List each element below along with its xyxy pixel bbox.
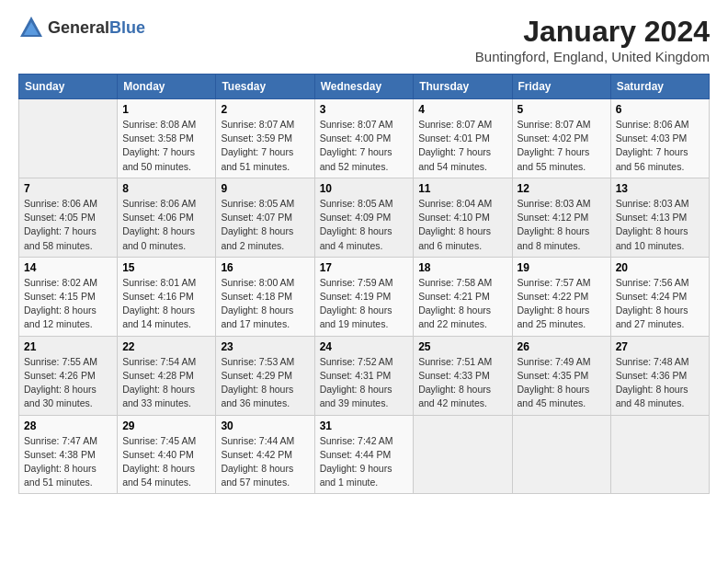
day-number: 6: [616, 103, 704, 116]
day-info: Sunrise: 7:55 AM Sunset: 4:26 PM Dayligh…: [24, 355, 112, 411]
calendar-cell: 22Sunrise: 7:54 AM Sunset: 4:28 PM Dayli…: [118, 336, 216, 415]
logo-icon: [18, 15, 44, 40]
day-number: 29: [122, 419, 210, 432]
day-info: Sunrise: 7:58 AM Sunset: 4:21 PM Dayligh…: [418, 276, 506, 332]
day-number: 11: [418, 182, 506, 195]
calendar-cell: 7Sunrise: 8:06 AM Sunset: 4:05 PM Daylig…: [19, 178, 118, 257]
calendar-cell: 20Sunrise: 7:56 AM Sunset: 4:24 PM Dayli…: [610, 257, 709, 336]
calendar-cell: 23Sunrise: 7:53 AM Sunset: 4:29 PM Dayli…: [216, 336, 314, 415]
day-number: 28: [24, 419, 112, 432]
calendar-cell: 12Sunrise: 8:03 AM Sunset: 4:12 PM Dayli…: [512, 178, 610, 257]
logo: GeneralBlue: [18, 15, 145, 40]
header-cell-friday: Friday: [512, 75, 610, 99]
calendar-cell: 2Sunrise: 8:07 AM Sunset: 3:59 PM Daylig…: [216, 99, 314, 178]
day-info: Sunrise: 8:05 AM Sunset: 4:09 PM Dayligh…: [320, 197, 409, 253]
day-info: Sunrise: 8:07 AM Sunset: 3:59 PM Dayligh…: [221, 118, 309, 174]
day-info: Sunrise: 8:02 AM Sunset: 4:15 PM Dayligh…: [24, 276, 112, 332]
header-cell-thursday: Thursday: [414, 75, 512, 99]
day-number: 12: [518, 182, 606, 195]
calendar-cell: [610, 415, 709, 494]
calendar-table: SundayMondayTuesdayWednesdayThursdayFrid…: [18, 74, 710, 494]
day-info: Sunrise: 7:57 AM Sunset: 4:22 PM Dayligh…: [518, 276, 606, 332]
calendar-cell: 30Sunrise: 7:44 AM Sunset: 4:42 PM Dayli…: [216, 415, 314, 494]
calendar-cell: [512, 415, 610, 494]
day-number: 19: [518, 261, 606, 274]
logo-text-blue: Blue: [109, 18, 145, 37]
calendar-week-row: 14Sunrise: 8:02 AM Sunset: 4:15 PM Dayli…: [19, 257, 710, 336]
calendar-cell: 14Sunrise: 8:02 AM Sunset: 4:15 PM Dayli…: [19, 257, 118, 336]
day-number: 7: [24, 182, 112, 195]
day-info: Sunrise: 8:07 AM Sunset: 4:00 PM Dayligh…: [320, 118, 409, 174]
day-info: Sunrise: 8:00 AM Sunset: 4:18 PM Dayligh…: [221, 276, 309, 332]
day-number: 2: [221, 103, 309, 116]
day-number: 1: [122, 103, 210, 116]
calendar-cell: 21Sunrise: 7:55 AM Sunset: 4:26 PM Dayli…: [19, 336, 118, 415]
day-number: 3: [320, 103, 409, 116]
calendar-cell: 8Sunrise: 8:06 AM Sunset: 4:06 PM Daylig…: [118, 178, 216, 257]
logo-text-general: General: [48, 18, 109, 37]
day-number: 8: [122, 182, 210, 195]
day-info: Sunrise: 8:07 AM Sunset: 4:02 PM Dayligh…: [518, 118, 606, 174]
calendar-cell: 9Sunrise: 8:05 AM Sunset: 4:07 PM Daylig…: [216, 178, 314, 257]
day-info: Sunrise: 8:08 AM Sunset: 3:58 PM Dayligh…: [122, 118, 210, 174]
title-area: January 2024 Buntingford, England, Unite…: [475, 15, 710, 64]
day-number: 26: [518, 340, 606, 353]
day-number: 21: [24, 340, 112, 353]
calendar-cell: 19Sunrise: 7:57 AM Sunset: 4:22 PM Dayli…: [512, 257, 610, 336]
day-number: 16: [221, 261, 309, 274]
calendar-cell: 4Sunrise: 8:07 AM Sunset: 4:01 PM Daylig…: [414, 99, 512, 178]
day-number: 30: [221, 419, 309, 432]
day-number: 24: [320, 340, 409, 353]
day-number: 15: [122, 261, 210, 274]
calendar-cell: 25Sunrise: 7:51 AM Sunset: 4:33 PM Dayli…: [414, 336, 512, 415]
calendar-cell: 16Sunrise: 8:00 AM Sunset: 4:18 PM Dayli…: [216, 257, 314, 336]
day-info: Sunrise: 7:54 AM Sunset: 4:28 PM Dayligh…: [122, 355, 210, 411]
month-title: January 2024: [475, 15, 710, 49]
calendar-cell: [19, 99, 118, 178]
header-cell-saturday: Saturday: [610, 75, 709, 99]
calendar-week-row: 7Sunrise: 8:06 AM Sunset: 4:05 PM Daylig…: [19, 178, 710, 257]
day-info: Sunrise: 8:06 AM Sunset: 4:06 PM Dayligh…: [122, 197, 210, 253]
calendar-week-row: 28Sunrise: 7:47 AM Sunset: 4:38 PM Dayli…: [19, 415, 710, 494]
day-number: 10: [320, 182, 409, 195]
calendar-cell: 17Sunrise: 7:59 AM Sunset: 4:19 PM Dayli…: [314, 257, 414, 336]
calendar-cell: [414, 415, 512, 494]
calendar-cell: 10Sunrise: 8:05 AM Sunset: 4:09 PM Dayli…: [314, 178, 414, 257]
day-number: 13: [616, 182, 704, 195]
day-number: 5: [518, 103, 606, 116]
calendar-cell: 28Sunrise: 7:47 AM Sunset: 4:38 PM Dayli…: [19, 415, 118, 494]
calendar-cell: 3Sunrise: 8:07 AM Sunset: 4:00 PM Daylig…: [314, 99, 414, 178]
day-number: 23: [221, 340, 309, 353]
calendar-cell: 13Sunrise: 8:03 AM Sunset: 4:13 PM Dayli…: [610, 178, 709, 257]
header: GeneralBlue January 2024 Buntingford, En…: [18, 15, 710, 64]
day-info: Sunrise: 7:42 AM Sunset: 4:44 PM Dayligh…: [320, 434, 409, 490]
day-info: Sunrise: 8:01 AM Sunset: 4:16 PM Dayligh…: [122, 276, 210, 332]
calendar-cell: 6Sunrise: 8:06 AM Sunset: 4:03 PM Daylig…: [610, 99, 709, 178]
day-number: 20: [616, 261, 704, 274]
day-info: Sunrise: 7:52 AM Sunset: 4:31 PM Dayligh…: [320, 355, 409, 411]
location-title: Buntingford, England, United Kingdom: [475, 49, 710, 64]
calendar-cell: 5Sunrise: 8:07 AM Sunset: 4:02 PM Daylig…: [512, 99, 610, 178]
calendar-cell: 18Sunrise: 7:58 AM Sunset: 4:21 PM Dayli…: [414, 257, 512, 336]
day-info: Sunrise: 7:59 AM Sunset: 4:19 PM Dayligh…: [320, 276, 409, 332]
day-number: 14: [24, 261, 112, 274]
day-info: Sunrise: 8:06 AM Sunset: 4:05 PM Dayligh…: [24, 197, 112, 253]
day-info: Sunrise: 7:45 AM Sunset: 4:40 PM Dayligh…: [122, 434, 210, 490]
day-number: 4: [418, 103, 506, 116]
day-info: Sunrise: 7:53 AM Sunset: 4:29 PM Dayligh…: [221, 355, 309, 411]
header-cell-monday: Monday: [118, 75, 216, 99]
calendar-cell: 29Sunrise: 7:45 AM Sunset: 4:40 PM Dayli…: [118, 415, 216, 494]
header-cell-wednesday: Wednesday: [314, 75, 414, 99]
day-info: Sunrise: 7:49 AM Sunset: 4:35 PM Dayligh…: [518, 355, 606, 411]
day-info: Sunrise: 7:47 AM Sunset: 4:38 PM Dayligh…: [24, 434, 112, 490]
calendar-cell: 1Sunrise: 8:08 AM Sunset: 3:58 PM Daylig…: [118, 99, 216, 178]
calendar-cell: 27Sunrise: 7:48 AM Sunset: 4:36 PM Dayli…: [610, 336, 709, 415]
day-number: 18: [418, 261, 506, 274]
day-number: 22: [122, 340, 210, 353]
day-info: Sunrise: 7:51 AM Sunset: 4:33 PM Dayligh…: [418, 355, 506, 411]
calendar-cell: 26Sunrise: 7:49 AM Sunset: 4:35 PM Dayli…: [512, 336, 610, 415]
calendar-cell: 11Sunrise: 8:04 AM Sunset: 4:10 PM Dayli…: [414, 178, 512, 257]
day-info: Sunrise: 8:06 AM Sunset: 4:03 PM Dayligh…: [616, 118, 704, 174]
calendar-cell: 24Sunrise: 7:52 AM Sunset: 4:31 PM Dayli…: [314, 336, 414, 415]
day-number: 27: [616, 340, 704, 353]
